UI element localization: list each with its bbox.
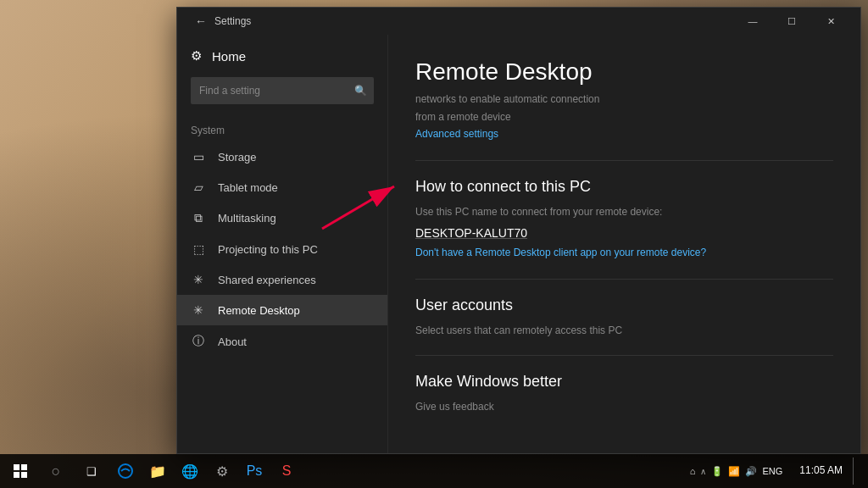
- chevron-icon[interactable]: ∧: [700, 467, 706, 476]
- start-button[interactable]: [3, 454, 37, 488]
- time-display: 11:05 AM: [799, 464, 843, 478]
- section3-heading: Make Windows better: [415, 373, 833, 391]
- taskbar-left: ○ ❑ 📁 🌐 ⚙ Ps S: [3, 454, 302, 488]
- minimize-button[interactable]: —: [733, 8, 772, 35]
- sidebar-item-tablet-mode[interactable]: ▱ Tablet mode: [177, 172, 387, 202]
- task-view-button[interactable]: ❑: [75, 454, 108, 488]
- language-indicator[interactable]: ENG: [762, 466, 782, 476]
- search-taskbar-button[interactable]: ○: [39, 454, 73, 488]
- close-button[interactable]: ✕: [811, 8, 850, 35]
- divider-3: [415, 355, 833, 356]
- search-container: 🔍: [191, 77, 374, 104]
- remote-icon: ✳: [191, 303, 206, 317]
- clock[interactable]: 11:05 AM: [793, 464, 849, 478]
- sidebar-item-label: Multitasking: [218, 212, 276, 225]
- network-icon[interactable]: ⌂: [690, 466, 696, 476]
- system-tray: ⌂ ∧ 🔋 📶 🔊 ENG: [683, 466, 790, 477]
- divider-1: [415, 160, 833, 161]
- settings-icon[interactable]: ⚙: [207, 454, 237, 488]
- skype-icon[interactable]: S: [271, 454, 302, 488]
- sidebar-item-multitasking[interactable]: ⧉ Multitasking: [177, 202, 387, 234]
- sidebar-item-label: Storage: [218, 151, 257, 164]
- section1-heading: How to connect to this PC: [415, 178, 833, 196]
- subtitle-line2: from a remote device: [415, 110, 833, 125]
- window-controls: — ☐ ✕: [733, 8, 850, 35]
- svg-rect-3: [21, 464, 27, 470]
- file-explorer-icon[interactable]: 📁: [142, 454, 173, 488]
- sidebar-item-remote-desktop[interactable]: ✳ Remote Desktop: [177, 295, 387, 325]
- settings-window: ← Settings — ☐ ✕ ⚙ Home 🔍 System ▭: [176, 7, 861, 454]
- back-button[interactable]: ←: [187, 8, 214, 35]
- multitasking-icon: ⧉: [191, 211, 206, 225]
- advanced-settings-link[interactable]: Advanced settings: [415, 128, 833, 140]
- battery-icon: 🔋: [711, 466, 723, 477]
- sidebar-item-label: About: [218, 336, 247, 348]
- section1-description: Use this PC name to connect from your re…: [415, 204, 833, 219]
- no-client-link[interactable]: Don't have a Remote Desktop client app o…: [415, 247, 833, 258]
- sidebar: ⚙ Home 🔍 System ▭ Storage ▱ Tablet mode …: [177, 35, 387, 453]
- sidebar-item-label: Projecting to this PC: [218, 243, 318, 256]
- window-body: ⚙ Home 🔍 System ▭ Storage ▱ Tablet mode …: [177, 35, 860, 453]
- taskbar: ○ ❑ 📁 🌐 ⚙ Ps S ⌂ ∧ 🔋 📶 🔊 ENG 11:05 AM: [0, 454, 868, 488]
- about-icon: ⓘ: [191, 334, 206, 349]
- sidebar-item-label: Remote Desktop: [218, 304, 300, 317]
- projecting-icon: ⬚: [191, 242, 206, 256]
- sidebar-item-about[interactable]: ⓘ About: [177, 325, 387, 358]
- divider-2: [415, 279, 833, 280]
- section3-description: Give us feedback: [415, 399, 833, 414]
- wifi-icon: 📶: [728, 466, 740, 477]
- svg-rect-4: [14, 472, 19, 478]
- sidebar-item-shared-experiences[interactable]: ✳ Shared experiences: [177, 264, 387, 295]
- sidebar-section-label: System: [177, 118, 387, 141]
- sidebar-item-projecting[interactable]: ⬚ Projecting to this PC: [177, 234, 387, 264]
- show-desktop-button[interactable]: [853, 458, 858, 485]
- sidebar-item-home[interactable]: ⚙ Home: [177, 35, 387, 74]
- maximize-button[interactable]: ☐: [772, 8, 811, 35]
- photoshop-icon[interactable]: Ps: [239, 454, 270, 488]
- storage-icon: ▭: [191, 150, 206, 164]
- svg-rect-2: [14, 464, 19, 470]
- home-icon: ⚙: [191, 48, 202, 64]
- tablet-icon: ▱: [191, 180, 206, 194]
- svg-point-6: [119, 464, 132, 478]
- section2-description: Select users that can remotely access th…: [415, 323, 833, 338]
- shared-icon: ✳: [191, 273, 206, 286]
- search-icon: 🔍: [354, 85, 367, 97]
- window-title: Settings: [214, 15, 733, 27]
- titlebar: ← Settings — ☐ ✕: [177, 8, 860, 35]
- sidebar-item-label: Shared experiences: [218, 274, 316, 286]
- svg-rect-5: [21, 472, 27, 478]
- pc-name-display: DESKTOP-KALUT70: [415, 226, 833, 240]
- section2-heading: User accounts: [415, 297, 833, 314]
- sidebar-item-label: Tablet mode: [218, 181, 278, 194]
- chrome-icon[interactable]: 🌐: [175, 454, 205, 488]
- main-content: Remote Desktop networks to enable automa…: [387, 35, 860, 453]
- volume-icon[interactable]: 🔊: [745, 466, 757, 477]
- search-input[interactable]: [191, 77, 374, 104]
- sidebar-home-label: Home: [212, 49, 246, 64]
- taskbar-right: ⌂ ∧ 🔋 📶 🔊 ENG 11:05 AM: [683, 458, 865, 485]
- page-title: Remote Desktop: [415, 58, 833, 86]
- sidebar-item-storage[interactable]: ▭ Storage: [177, 141, 387, 172]
- subtitle-line1: networks to enable automatic connection: [415, 92, 833, 107]
- edge-icon[interactable]: [110, 454, 141, 488]
